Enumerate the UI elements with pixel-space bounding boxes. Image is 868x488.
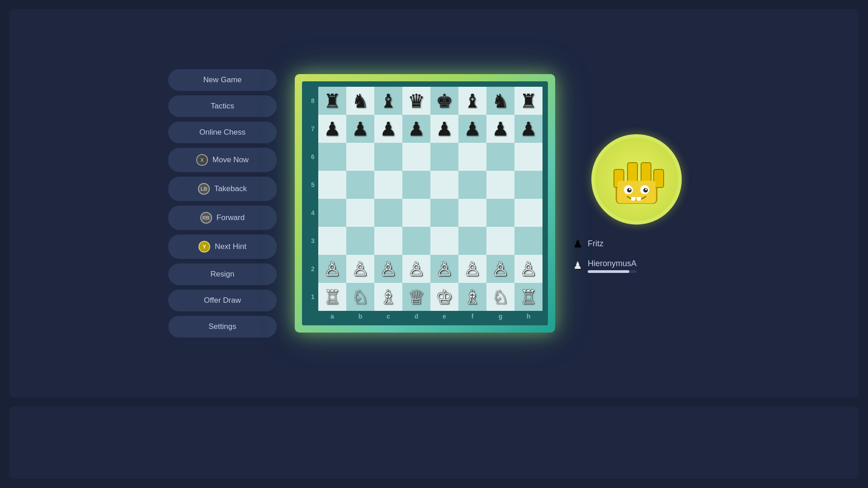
square-b6[interactable] bbox=[346, 143, 374, 171]
square-e5[interactable] bbox=[430, 171, 458, 199]
square-b1[interactable]: ♘ bbox=[346, 283, 374, 311]
square-a2[interactable]: ♙ bbox=[318, 255, 346, 283]
square-d7[interactable]: ♟ bbox=[402, 115, 430, 143]
square-f6[interactable] bbox=[458, 143, 486, 171]
tactics-label: Tactics bbox=[211, 102, 234, 111]
rank-label-2: 2 bbox=[307, 265, 318, 272]
square-g5[interactable] bbox=[486, 171, 514, 199]
square-a8[interactable]: ♜ bbox=[318, 87, 346, 115]
square-f4[interactable] bbox=[458, 199, 486, 227]
square-h8[interactable]: ♜ bbox=[514, 87, 542, 115]
square-h5[interactable] bbox=[514, 171, 542, 199]
piece-e2: ♙ bbox=[436, 258, 453, 280]
square-d3[interactable] bbox=[402, 227, 430, 255]
next-hint-button[interactable]: Y Next Hint bbox=[168, 235, 277, 259]
piece-f1: ♗ bbox=[464, 286, 481, 308]
square-d1[interactable]: ♕ bbox=[402, 283, 430, 311]
piece-e1: ♔ bbox=[436, 286, 453, 308]
board-glow: 8♜♞♝♛♚♝♞♜7♟♟♟♟♟♟♟♟65432♙♙♙♙♙♙♙♙1♖♘♗♕♔♗♘♖… bbox=[295, 74, 555, 333]
square-a1[interactable]: ♖ bbox=[318, 283, 346, 311]
square-c5[interactable] bbox=[374, 171, 402, 199]
square-b3[interactable] bbox=[346, 227, 374, 255]
square-f1[interactable]: ♗ bbox=[458, 283, 486, 311]
square-c1[interactable]: ♗ bbox=[374, 283, 402, 311]
square-g8[interactable]: ♞ bbox=[486, 87, 514, 115]
square-a7[interactable]: ♟ bbox=[318, 115, 346, 143]
square-g2[interactable]: ♙ bbox=[486, 255, 514, 283]
square-c3[interactable] bbox=[374, 227, 402, 255]
piece-g7: ♟ bbox=[492, 118, 509, 140]
square-e2[interactable]: ♙ bbox=[430, 255, 458, 283]
player-name: HieronymusA bbox=[588, 259, 637, 268]
online-chess-label: Online Chess bbox=[199, 128, 245, 137]
square-a3[interactable] bbox=[318, 227, 346, 255]
new-game-button[interactable]: New Game bbox=[168, 69, 277, 91]
squares-row-6 bbox=[318, 143, 542, 171]
square-e8[interactable]: ♚ bbox=[430, 87, 458, 115]
square-b5[interactable] bbox=[346, 171, 374, 199]
square-b2[interactable]: ♙ bbox=[346, 255, 374, 283]
square-a6[interactable] bbox=[318, 143, 346, 171]
square-c8[interactable]: ♝ bbox=[374, 87, 402, 115]
square-c4[interactable] bbox=[374, 199, 402, 227]
square-h7[interactable]: ♟ bbox=[514, 115, 542, 143]
svg-point-11 bbox=[645, 188, 647, 190]
square-f2[interactable]: ♙ bbox=[458, 255, 486, 283]
square-e6[interactable] bbox=[430, 143, 458, 171]
svg-rect-13 bbox=[637, 197, 641, 201]
piece-c1: ♗ bbox=[380, 286, 397, 308]
square-b8[interactable]: ♞ bbox=[346, 87, 374, 115]
rank-5: 5 bbox=[307, 171, 542, 199]
square-e1[interactable]: ♔ bbox=[430, 283, 458, 311]
square-e3[interactable] bbox=[430, 227, 458, 255]
square-g1[interactable]: ♘ bbox=[486, 283, 514, 311]
square-h4[interactable] bbox=[514, 199, 542, 227]
sidebar: New Game Tactics Online Chess X Move Now… bbox=[168, 69, 277, 338]
square-d4[interactable] bbox=[402, 199, 430, 227]
square-e4[interactable] bbox=[430, 199, 458, 227]
rank-8: 8♜♞♝♛♚♝♞♜ bbox=[307, 87, 542, 115]
square-a5[interactable] bbox=[318, 171, 346, 199]
opponent-piece-icon: ♟ bbox=[573, 238, 582, 250]
online-chess-button[interactable]: Online Chess bbox=[168, 122, 277, 143]
square-g7[interactable]: ♟ bbox=[486, 115, 514, 143]
rank-1: 1♖♘♗♕♔♗♘♖ bbox=[307, 283, 542, 311]
square-f8[interactable]: ♝ bbox=[458, 87, 486, 115]
square-a4[interactable] bbox=[318, 199, 346, 227]
square-h6[interactable] bbox=[514, 143, 542, 171]
square-b4[interactable] bbox=[346, 199, 374, 227]
takeback-button[interactable]: LB Takeback bbox=[168, 177, 277, 201]
resign-button[interactable]: Resign bbox=[168, 263, 277, 285]
square-g6[interactable] bbox=[486, 143, 514, 171]
square-d6[interactable] bbox=[402, 143, 430, 171]
square-e7[interactable]: ♟ bbox=[430, 115, 458, 143]
x-controller-icon: X bbox=[196, 154, 208, 166]
square-g3[interactable] bbox=[486, 227, 514, 255]
square-f5[interactable] bbox=[458, 171, 486, 199]
rank-label-5: 5 bbox=[307, 181, 318, 188]
settings-button[interactable]: Settings bbox=[168, 316, 277, 338]
tactics-button[interactable]: Tactics bbox=[168, 95, 277, 117]
piece-b8: ♞ bbox=[352, 90, 369, 112]
bottom-panel bbox=[9, 407, 859, 479]
square-g4[interactable] bbox=[486, 199, 514, 227]
square-d5[interactable] bbox=[402, 171, 430, 199]
square-c2[interactable]: ♙ bbox=[374, 255, 402, 283]
square-h2[interactable]: ♙ bbox=[514, 255, 542, 283]
piece-f2: ♙ bbox=[464, 258, 481, 280]
piece-h7: ♟ bbox=[520, 118, 537, 140]
square-c6[interactable] bbox=[374, 143, 402, 171]
forward-button[interactable]: RB Forward bbox=[168, 206, 277, 230]
square-d8[interactable]: ♛ bbox=[402, 87, 430, 115]
square-h3[interactable] bbox=[514, 227, 542, 255]
square-f3[interactable] bbox=[458, 227, 486, 255]
square-c7[interactable]: ♟ bbox=[374, 115, 402, 143]
chess-board[interactable]: 8♜♞♝♛♚♝♞♜7♟♟♟♟♟♟♟♟65432♙♙♙♙♙♙♙♙1♖♘♗♕♔♗♘♖… bbox=[307, 87, 542, 320]
rank-label-8: 8 bbox=[307, 97, 318, 104]
offer-draw-button[interactable]: Offer Draw bbox=[168, 290, 277, 311]
square-d2[interactable]: ♙ bbox=[402, 255, 430, 283]
square-h1[interactable]: ♖ bbox=[514, 283, 542, 311]
move-now-button[interactable]: X Move Now bbox=[168, 148, 277, 172]
square-b7[interactable]: ♟ bbox=[346, 115, 374, 143]
square-f7[interactable]: ♟ bbox=[458, 115, 486, 143]
